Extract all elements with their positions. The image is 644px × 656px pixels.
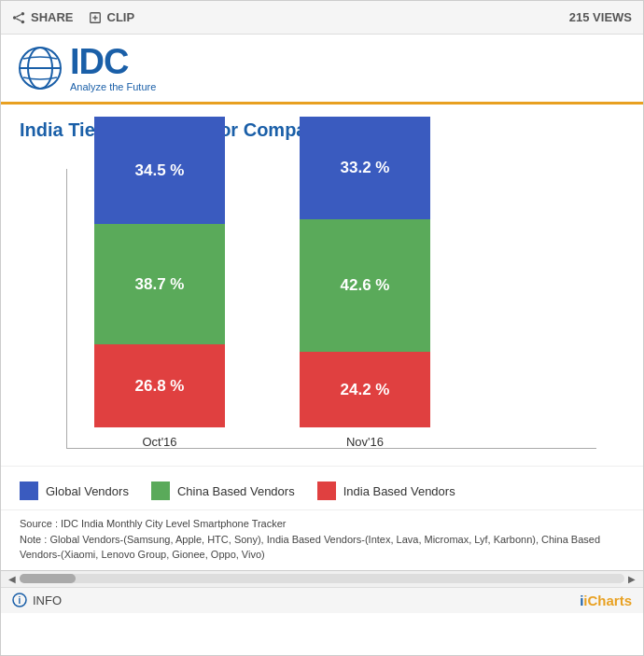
scrollbar-track[interactable] [20,574,624,583]
clip-icon [89,11,102,24]
share-button[interactable]: SHARE [12,10,74,24]
bars-wrapper: 26.8 % 38.7 % 34.5 % Oct'16 [66,169,596,449]
chart-area: 26.8 % 38.7 % 34.5 % Oct'16 [20,160,624,449]
info-icon: i [12,593,27,607]
scroll-left-arrow[interactable]: ◀ [5,574,20,584]
views-count: 215 VIEWS [569,10,632,24]
logo-name: IDC [70,44,156,79]
logo-tagline: Analyze the Future [70,81,156,92]
bar-group-nov: 24.2 % 42.6 % 33.2 % Nov'16 [300,117,430,449]
svg-line-3 [16,14,21,17]
bar-oct-global: 34.5 % [94,117,225,224]
toolbar-left: SHARE CLIP [12,10,134,24]
svg-text:i: i [19,595,21,606]
bar-group-oct: 26.8 % 38.7 % 34.5 % Oct'16 [94,117,225,449]
legend-global-color [20,482,38,500]
source-text: Source : IDC India Monthly City Level Sm… [20,516,624,532]
toolbar: SHARE CLIP 215 VIEWS [1,1,643,35]
info-label: INFO [33,593,62,607]
y-axis [66,169,67,449]
note-text: Note : Global Vendors-(Samsung, Apple, H… [20,532,624,563]
globe-svg [16,44,64,92]
bar-oct-label: Oct'16 [142,435,176,449]
legend-china: China Based Vendors [151,482,295,500]
svg-line-4 [16,18,21,21]
bar-nov-label: Nov'16 [346,435,384,449]
legend-india: India Based Vendors [317,482,455,500]
svg-point-0 [21,11,25,15]
scrollbar-thumb[interactable] [20,574,76,583]
clip-label: CLIP [107,10,135,24]
bar-nov-india: 24.2 % [300,352,430,427]
legend-global-label: Global Vendors [46,484,129,498]
bar-oct-china: 38.7 % [94,224,225,344]
bar-nov-global: 33.2 % [300,117,430,219]
bar-oct: 26.8 % 38.7 % 34.5 % [94,117,225,427]
bar-nov: 24.2 % 42.6 % 33.2 % [300,117,430,427]
legend-china-color [151,482,170,500]
icharts-label: iCharts [583,593,632,608]
share-label: SHARE [31,10,74,24]
idc-globe-icon [16,44,64,92]
bottom-bar: i INFO iiCharts [1,587,643,613]
notes: Source : IDC India Monthly City Level Sm… [1,509,643,570]
clip-button[interactable]: CLIP [89,10,135,24]
legend-india-label: India Based Vendors [343,484,455,498]
svg-point-2 [21,20,25,23]
legend: Global Vendors China Based Vendors India… [1,466,643,509]
legend-china-label: China Based Vendors [177,484,295,498]
logo-bar: IDC Analyze the Future [1,35,643,105]
x-axis [66,448,596,449]
legend-global: Global Vendors [20,482,129,500]
bar-nov-china: 42.6 % [300,219,430,352]
icharts-brand: iiCharts [580,593,632,608]
chart-container: India Tier-I Cities Vendor Comparison 26… [1,105,643,456]
info-button[interactable]: i INFO [12,593,62,607]
bar-oct-india: 26.8 % [94,344,225,427]
legend-india-color [317,482,336,500]
scrollbar-area[interactable]: ◀ ▶ [1,570,643,587]
share-icon [12,11,25,24]
svg-point-1 [13,16,17,20]
scroll-right-arrow[interactable]: ▶ [624,574,639,584]
